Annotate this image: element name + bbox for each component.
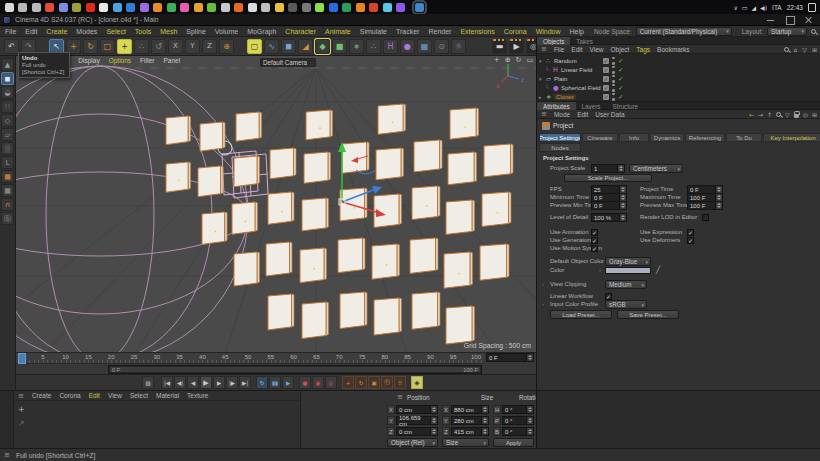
field-maximum-time-spinner[interactable] <box>715 194 722 201</box>
position-x-input[interactable]: 0 cm <box>396 405 438 414</box>
sound-button[interactable]: ▶ <box>282 376 294 389</box>
key-pla-button[interactable]: ⠿ <box>394 376 406 389</box>
field-preview-min-time[interactable]: 0 F <box>591 201 627 210</box>
viewport-menu-options[interactable]: Options <box>109 57 131 64</box>
back-icon[interactable]: ← <box>749 111 754 118</box>
expander-icon[interactable]: ▸ <box>539 94 542 100</box>
goto-start-button[interactable]: |◀ <box>161 376 173 389</box>
rotation-h-input[interactable]: 0 ° <box>502 405 534 414</box>
menu-animate[interactable]: Animate <box>325 28 351 35</box>
materials-menu-material[interactable]: Material <box>156 392 179 399</box>
playhead[interactable] <box>18 353 26 364</box>
expander-icon[interactable]: › <box>542 281 544 287</box>
size-x-input[interactable]: 880 cm <box>451 405 489 414</box>
menu-corona[interactable]: Corona <box>504 28 527 35</box>
scale-project-button[interactable]: Scale Project... <box>564 174 652 182</box>
lock-workplane-button[interactable]: ▦ <box>1 184 14 197</box>
timeline-ruler[interactable]: 0510152025303540455055606570758085909510… <box>16 353 484 364</box>
pan-view-icon[interactable]: + <box>494 56 500 64</box>
view-clipping-select[interactable]: Medium▾ <box>605 280 647 289</box>
visibility-dots[interactable] <box>612 93 615 101</box>
lock-z-axis-button[interactable]: Z <box>202 39 217 54</box>
materials-menu-texture[interactable]: Texture <box>187 392 208 399</box>
objects-menu-object[interactable]: Object <box>611 46 630 53</box>
prev-frame-button[interactable]: ◀ <box>187 376 199 389</box>
add-material-icon[interactable]: + <box>18 405 25 414</box>
tab-objects[interactable]: Objects <box>537 37 570 45</box>
tray-volume-icon[interactable]: ◀) <box>760 4 767 11</box>
attr-tab-info[interactable]: Info <box>619 133 649 142</box>
objects-menu-view[interactable]: View <box>590 46 604 53</box>
object-row-spherical-field[interactable]: └●Spherical Field✓✓ <box>537 83 820 92</box>
menu-create[interactable]: Create <box>46 28 67 35</box>
attr-tab-to-do[interactable]: To Do <box>726 133 762 142</box>
visibility-dots[interactable] <box>612 75 615 83</box>
forward-icon[interactable]: → <box>758 111 763 118</box>
taskbar-app-icon[interactable] <box>315 3 324 12</box>
coord-size-select[interactable]: Size▾ <box>442 438 489 447</box>
lock-icon[interactable] <box>794 114 799 118</box>
enable-toggle[interactable]: ✓ <box>603 85 609 91</box>
taskbar-app-icon[interactable] <box>5 3 14 12</box>
taskbar-app-icon[interactable] <box>415 3 424 12</box>
link-material-icon[interactable]: ↗ <box>18 419 25 428</box>
model-mode-button[interactable]: ◼ <box>1 72 14 85</box>
materials-menu-edit[interactable]: Edit <box>89 392 100 399</box>
camera-menu[interactable]: ⊙ <box>434 39 449 54</box>
visibility-dots[interactable] <box>612 84 615 92</box>
rotate-tool[interactable]: ↻ <box>83 39 98 54</box>
field-preview-max-time-spinner[interactable] <box>715 202 722 209</box>
sculpt-menu[interactable]: ◢ <box>298 39 313 54</box>
use-expression-checkbox[interactable]: ✓ <box>687 229 694 236</box>
eyedropper-icon[interactable]: ╱ <box>656 266 660 274</box>
cloner-menu[interactable]: ∴ <box>366 39 381 54</box>
taskbar-app-icon[interactable] <box>207 3 216 12</box>
objects-menu-file[interactable]: File <box>554 46 564 53</box>
taskbar-app-icon[interactable] <box>221 3 230 12</box>
spline-pen-menu[interactable]: ∿ <box>264 39 279 54</box>
light-menu[interactable]: ☼ <box>451 39 466 54</box>
environment-menu[interactable]: ▦ <box>417 39 432 54</box>
render-lod-checkbox[interactable] <box>702 214 709 221</box>
object-row-random[interactable]: ▾∴Random✓✓ <box>537 56 820 65</box>
materials-menu-select[interactable]: Select <box>130 392 148 399</box>
size-z-input-spinner[interactable] <box>481 428 488 435</box>
scale-tool[interactable]: □ <box>100 39 115 54</box>
taskbar-app-icon[interactable] <box>329 3 338 12</box>
prev-key-button[interactable]: ◀| <box>174 376 186 389</box>
taskbar-app-icon[interactable] <box>248 3 257 12</box>
add-panel-icon[interactable]: ⊞ <box>812 111 817 118</box>
materials-menu-create[interactable]: Create <box>32 392 52 399</box>
object-row-cloner[interactable]: ▸∗Cloner✓✓ <box>537 92 820 101</box>
use-deformers-checkbox[interactable]: ✓ <box>687 237 694 244</box>
search-icon[interactable] <box>784 47 789 52</box>
coord-mode-select[interactable]: Object (Rel)▾ <box>387 438 438 447</box>
lock-x-axis-button[interactable]: X <box>168 39 183 54</box>
expander-icon[interactable]: ▾ <box>539 58 542 64</box>
field-project-time-spinner[interactable] <box>715 186 722 193</box>
viewport[interactable]: zx ViewCamerasDisplayOptionsFilterPanel … <box>16 56 536 352</box>
tray-chevron-icon[interactable]: ∨ <box>733 4 737 11</box>
recent-tools-menu[interactable]: ∴ <box>134 39 149 54</box>
object-row-plain[interactable]: ▾▱Plain✓✓ <box>537 74 820 83</box>
taskbar-app-icon[interactable] <box>153 3 162 12</box>
key-position-button[interactable]: + <box>342 376 354 389</box>
deformer-menu[interactable]: H <box>383 39 398 54</box>
field-menu[interactable]: ● <box>400 39 415 54</box>
frame-spinner[interactable] <box>526 354 533 361</box>
render-preview-button[interactable]: ▧ <box>142 376 154 389</box>
record-button[interactable]: ● <box>299 376 311 389</box>
objects-menu-edit[interactable]: Edit <box>571 46 582 53</box>
tray-battery-icon[interactable]: ▭ <box>742 4 748 11</box>
menu-character[interactable]: Character <box>285 28 316 35</box>
autokey-button[interactable]: ◎ <box>325 376 337 389</box>
attr-tab-project-settings[interactable]: Project Settings <box>539 133 581 142</box>
tab-attributes[interactable]: Attributes <box>537 102 576 110</box>
taskbar-app-icon[interactable] <box>32 3 41 12</box>
menu-help[interactable]: Help <box>570 28 584 35</box>
enable-toggle[interactable]: ✓ <box>603 67 609 73</box>
filter-icon[interactable]: ▽ <box>785 111 790 118</box>
search-icon[interactable] <box>811 29 816 34</box>
rotation-b-input[interactable]: 0 ° <box>502 427 534 436</box>
enable-toggle[interactable]: ✓ <box>603 76 609 82</box>
